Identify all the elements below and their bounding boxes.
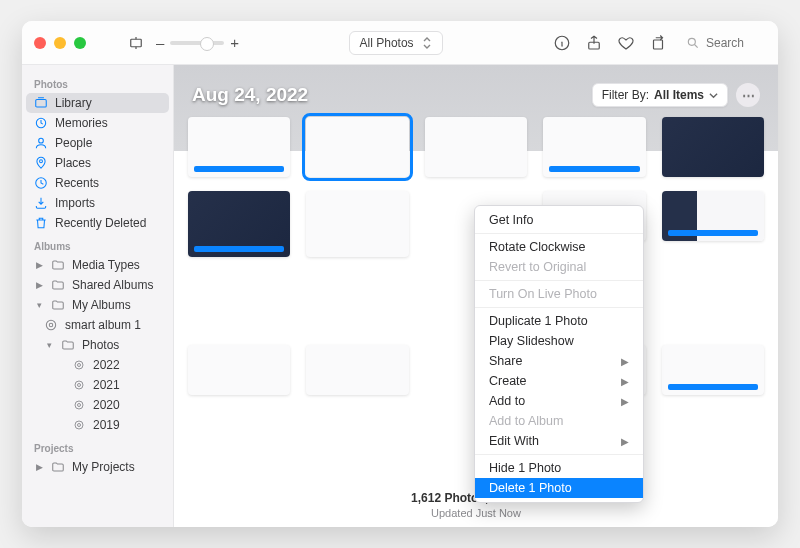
view-mode-select[interactable]: All Photos [349, 31, 443, 55]
ctx-hide-photo[interactable]: Hide 1 Photo [475, 458, 643, 478]
smart-album-icon [72, 398, 86, 412]
svg-point-8 [40, 160, 43, 163]
search-input[interactable] [706, 36, 766, 50]
more-button[interactable]: ⋯ [736, 83, 760, 107]
svg-point-16 [75, 401, 83, 409]
svg-rect-3 [654, 40, 663, 49]
zoom-slider[interactable] [170, 41, 224, 45]
search-icon [686, 36, 700, 50]
photo-thumbnail[interactable] [306, 345, 408, 395]
ctx-revert-original: Revert to Original [475, 257, 643, 277]
people-icon [34, 136, 48, 150]
minimize-window-button[interactable] [54, 37, 66, 49]
photo-thumbnail[interactable] [188, 345, 290, 395]
sidebar-item-my-albums[interactable]: ▾My Albums [26, 295, 169, 315]
sidebar-item-recently-deleted[interactable]: Recently Deleted [26, 213, 169, 233]
ctx-get-info[interactable]: Get Info [475, 210, 643, 230]
sidebar-item-2019[interactable]: 2019 [26, 415, 169, 435]
svg-point-4 [688, 38, 695, 45]
sidebar-item-my-projects[interactable]: ▶My Projects [26, 457, 169, 477]
ctx-share[interactable]: Share▶ [475, 351, 643, 371]
library-icon [34, 96, 48, 110]
sidebar-item-people[interactable]: People [26, 133, 169, 153]
memories-icon [34, 116, 48, 130]
disclosure-closed-icon[interactable]: ▶ [34, 280, 44, 290]
sidebar-item-recents[interactable]: Recents [26, 173, 169, 193]
sidebar-item-library[interactable]: Library [26, 93, 169, 113]
photo-thumbnail-selected[interactable] [306, 117, 408, 177]
ctx-duplicate[interactable]: Duplicate 1 Photo [475, 311, 643, 331]
rotate-icon[interactable] [648, 33, 668, 53]
sidebar-item-imports[interactable]: Imports [26, 193, 169, 213]
sidebar-item-photos-folder[interactable]: ▾Photos [26, 335, 169, 355]
photo-thumbnail[interactable] [662, 345, 764, 395]
smart-album-icon [72, 378, 86, 392]
ctx-add-to[interactable]: Add to▶ [475, 391, 643, 411]
folder-icon [51, 258, 65, 272]
disclosure-closed-icon[interactable]: ▶ [34, 462, 44, 472]
photo-thumbnail[interactable] [662, 191, 764, 241]
view-mode-label: All Photos [360, 36, 414, 50]
photo-thumbnail[interactable] [543, 117, 645, 177]
sidebar-item-2021[interactable]: 2021 [26, 375, 169, 395]
zoom-in[interactable]: + [230, 34, 239, 51]
sidebar-header-photos: Photos [26, 71, 169, 93]
ctx-create[interactable]: Create▶ [475, 371, 643, 391]
zoom-window-button[interactable] [74, 37, 86, 49]
disclosure-open-icon[interactable]: ▾ [34, 300, 44, 310]
sidebar-item-shared-albums[interactable]: ▶Shared Albums [26, 275, 169, 295]
ctx-play-slideshow[interactable]: Play Slideshow [475, 331, 643, 351]
ctx-delete-photo[interactable]: Delete 1 Photo [475, 478, 643, 498]
favorite-icon[interactable] [616, 33, 636, 53]
sidebar-item-2020[interactable]: 2020 [26, 395, 169, 415]
disclosure-open-icon[interactable]: ▾ [44, 340, 54, 350]
submenu-arrow-icon: ▶ [621, 436, 629, 447]
smart-album-icon [44, 318, 58, 332]
photo-thumbnail[interactable] [188, 117, 290, 177]
sidebar-item-places[interactable]: Places [26, 153, 169, 173]
window-body: Photos Library Memories People Places Re… [22, 65, 778, 527]
aspect-ratio-icon[interactable] [126, 33, 146, 53]
svg-point-7 [39, 138, 44, 143]
sidebar-item-2022[interactable]: 2022 [26, 355, 169, 375]
search-field[interactable] [686, 36, 766, 50]
titlebar: – + All Photos [22, 21, 778, 65]
photo-thumbnail[interactable] [425, 117, 527, 177]
share-icon[interactable] [584, 33, 604, 53]
ctx-edit-with[interactable]: Edit With▶ [475, 431, 643, 451]
filter-prefix: Filter By: [602, 88, 649, 102]
ctx-rotate-clockwise[interactable]: Rotate Clockwise [475, 237, 643, 257]
photo-thumbnail[interactable] [306, 191, 408, 257]
svg-rect-0 [131, 39, 142, 47]
submenu-arrow-icon: ▶ [621, 356, 629, 367]
sidebar-item-media-types[interactable]: ▶Media Types [26, 255, 169, 275]
folder-icon [61, 338, 75, 352]
info-icon[interactable] [552, 33, 572, 53]
svg-point-14 [75, 381, 83, 389]
chevron-down-icon [709, 91, 718, 100]
sidebar-header-projects: Projects [26, 435, 169, 457]
close-window-button[interactable] [34, 37, 46, 49]
disclosure-closed-icon[interactable]: ▶ [34, 260, 44, 270]
sidebar-item-smart-album-1[interactable]: smart album 1 [26, 315, 169, 335]
svg-point-19 [78, 424, 81, 427]
svg-point-18 [75, 421, 83, 429]
ellipsis-icon: ⋯ [742, 88, 755, 103]
ctx-separator [475, 233, 643, 234]
chevron-updown-icon [422, 37, 432, 49]
zoom-out[interactable]: – [156, 34, 164, 51]
photo-thumbnail[interactable] [188, 191, 290, 257]
trash-icon [34, 216, 48, 230]
places-icon [34, 156, 48, 170]
submenu-arrow-icon: ▶ [621, 376, 629, 387]
photo-thumbnail[interactable] [662, 117, 764, 177]
svg-point-13 [78, 364, 81, 367]
ctx-separator [475, 280, 643, 281]
smart-album-icon [72, 418, 86, 432]
filter-control[interactable]: Filter By: All Items [592, 83, 728, 107]
sidebar-item-memories[interactable]: Memories [26, 113, 169, 133]
sidebar: Photos Library Memories People Places Re… [22, 65, 174, 527]
smart-album-icon [72, 358, 86, 372]
recents-icon [34, 176, 48, 190]
zoom-control[interactable]: – + [156, 34, 239, 51]
